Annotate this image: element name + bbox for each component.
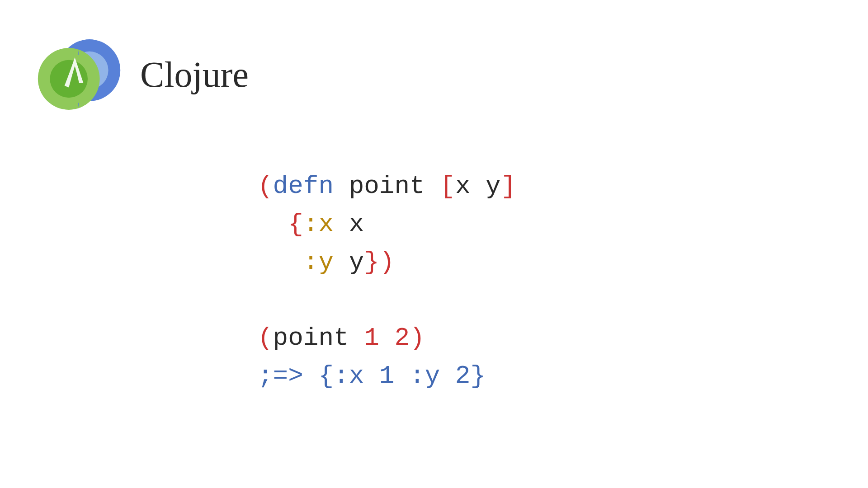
code-token: ( (258, 172, 273, 201)
code-token: } (364, 248, 379, 277)
code-token (334, 248, 349, 277)
code-token: 1 (364, 324, 379, 352)
code-block: (defn point [x y] {:x x :y y}) (point 1 … (258, 167, 516, 395)
code-token: ] (501, 172, 516, 201)
code-token (379, 324, 395, 352)
code-token: [ (440, 172, 455, 201)
code-token: ( (258, 324, 273, 352)
code-token (258, 248, 303, 277)
code-token: :y (303, 248, 334, 277)
code-token: x (349, 210, 364, 239)
code-token (471, 172, 486, 201)
code-token: y (486, 172, 501, 201)
header: Clojure (36, 32, 249, 117)
code-token (334, 172, 349, 201)
code-token: :x (303, 210, 334, 239)
code-token: 2 (394, 324, 410, 352)
code-token (349, 324, 364, 352)
code-token: ) (410, 324, 425, 352)
code-token: x (455, 172, 471, 201)
code-token: ) (379, 248, 395, 277)
slide-title: Clojure (140, 54, 249, 95)
code-token: ;=> {:x 1 :y 2} (258, 361, 486, 390)
code-token (258, 210, 288, 239)
code-token (425, 172, 440, 201)
clojure-logo-icon (36, 32, 122, 117)
code-token: defn (273, 172, 334, 201)
code-token: y (349, 248, 364, 277)
code-token: point (349, 172, 425, 201)
code-token (334, 210, 349, 239)
code-token: point (273, 324, 349, 352)
code-token: { (288, 210, 303, 239)
